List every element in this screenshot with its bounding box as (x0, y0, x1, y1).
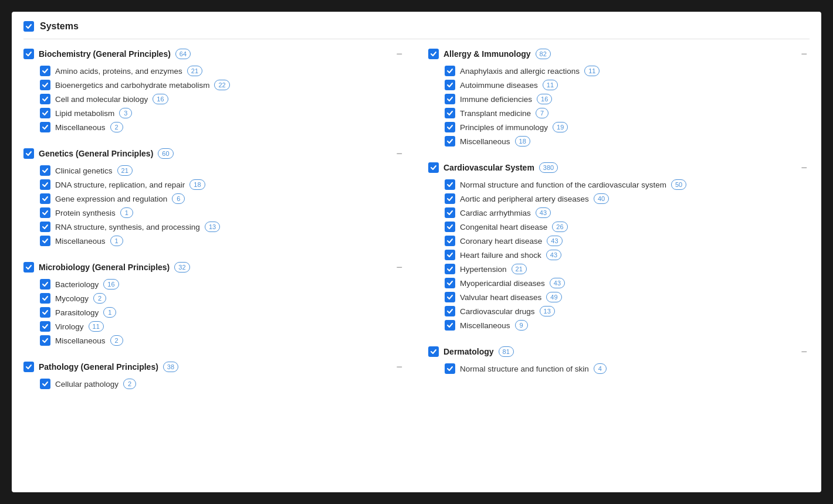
item-badge: 40 (594, 193, 609, 204)
item-label: Gene expression and regulation (55, 195, 167, 203)
item-checkbox-genetics-3[interactable] (40, 207, 50, 218)
item-checkbox-biochemistry-3[interactable] (40, 108, 50, 118)
item-checkbox-microbiology-0[interactable] (40, 279, 50, 290)
item-checkbox-genetics-1[interactable] (40, 179, 50, 190)
item-checkbox-cardiovascular-7[interactable] (445, 278, 455, 288)
item-badge: 21 (187, 66, 202, 76)
item-label: Cell and molecular biology (55, 95, 148, 104)
collapse-btn-genetics[interactable]: − (394, 148, 405, 159)
collapse-btn-microbiology[interactable]: − (394, 262, 405, 273)
item-row: Gene expression and regulation6 (40, 192, 405, 206)
section-title-dermatology: Dermatology (443, 347, 494, 356)
item-badge: 6 (172, 193, 185, 204)
item-label: Principles of immunology (460, 123, 548, 132)
item-checkbox-cardiovascular-9[interactable] (445, 306, 455, 316)
section-header-biochemistry: Biochemistry (General Principles)64− (23, 49, 405, 59)
section-badge-biochemistry: 64 (175, 49, 191, 59)
item-label: Heart failure and shock (460, 251, 541, 260)
collapse-btn-dermatology[interactable]: − (798, 346, 810, 357)
sub-items-pathology: Cellular pathology2 (23, 377, 405, 391)
collapse-btn-biochemistry[interactable]: − (394, 49, 405, 59)
item-checkbox-allergy-2[interactable] (445, 94, 455, 104)
item-checkbox-microbiology-2[interactable] (40, 307, 50, 318)
checkbox-dermatology[interactable] (428, 346, 439, 357)
item-row: Parasitology1 (40, 305, 405, 319)
section-title-microbiology: Microbiology (General Principles) (39, 263, 170, 272)
item-checkbox-biochemistry-2[interactable] (40, 94, 50, 104)
checkbox-genetics[interactable] (23, 148, 34, 159)
item-checkbox-genetics-5[interactable] (40, 236, 50, 246)
section-header-microbiology: Microbiology (General Principles)32− (23, 262, 405, 273)
collapse-btn-cardiovascular[interactable]: − (798, 162, 810, 173)
item-label: Miscellaneous (55, 237, 106, 246)
panel-title: Systems (40, 21, 79, 32)
sub-items-microbiology: Bacteriology16Mycology2Parasitology1Viro… (23, 277, 405, 348)
item-checkbox-cardiovascular-1[interactable] (445, 193, 455, 204)
item-label: Miscellaneous (460, 137, 510, 146)
item-checkbox-allergy-0[interactable] (445, 66, 455, 76)
item-badge: 4 (594, 363, 607, 374)
collapse-btn-pathology[interactable]: − (394, 362, 405, 372)
section-header-cardiovascular: Cardiovascular System380− (428, 162, 810, 173)
item-checkbox-allergy-4[interactable] (445, 122, 455, 132)
item-checkbox-allergy-5[interactable] (445, 136, 455, 147)
sub-items-cardiovascular: Normal structure and function of the car… (428, 178, 810, 332)
item-checkbox-cardiovascular-4[interactable] (445, 236, 455, 246)
section-header-allergy: Allergy & Immunology82− (428, 49, 810, 59)
section-badge-genetics: 60 (158, 148, 173, 159)
item-row: DNA structure, replication, and repair18 (40, 178, 405, 192)
item-checkbox-allergy-3[interactable] (445, 108, 455, 118)
item-badge: 43 (550, 278, 565, 288)
item-badge: 43 (546, 250, 561, 260)
item-badge: 18 (189, 179, 205, 190)
item-row: Immune deficiencies16 (445, 92, 810, 106)
main-panel: Systems Biochemistry (General Principles… (12, 12, 821, 492)
item-row: Congenital heart disease26 (445, 220, 810, 234)
item-checkbox-genetics-2[interactable] (40, 193, 50, 204)
checkbox-biochemistry[interactable] (23, 49, 34, 59)
item-label: Cellular pathology (55, 380, 118, 389)
section-badge-pathology: 38 (163, 362, 178, 372)
collapse-btn-allergy[interactable]: − (798, 49, 810, 59)
item-row: Miscellaneous2 (40, 120, 405, 134)
item-checkbox-pathology-0[interactable] (40, 379, 50, 389)
section-badge-dermatology: 81 (499, 346, 514, 357)
item-checkbox-cardiovascular-0[interactable] (445, 179, 455, 190)
item-checkbox-genetics-0[interactable] (40, 165, 50, 176)
section-title-pathology: Pathology (General Principles) (39, 362, 158, 372)
item-checkbox-cardiovascular-10[interactable] (445, 320, 455, 331)
item-row: Transplant medicine7 (445, 106, 810, 120)
item-checkbox-cardiovascular-3[interactable] (445, 222, 455, 232)
item-checkbox-cardiovascular-2[interactable] (445, 207, 455, 218)
item-checkbox-dermatology-0[interactable] (445, 363, 455, 374)
item-row: Bioenergetics and carbohydrate metabolis… (40, 78, 405, 92)
item-label: Immune deficiencies (460, 95, 532, 104)
item-checkbox-cardiovascular-8[interactable] (445, 292, 455, 302)
item-checkbox-microbiology-4[interactable] (40, 335, 50, 346)
item-checkbox-microbiology-3[interactable] (40, 321, 50, 332)
item-badge: 11 (584, 66, 600, 76)
item-row: Aortic and peripheral artery diseases40 (445, 192, 810, 206)
item-checkbox-genetics-4[interactable] (40, 222, 50, 232)
item-row: Cellular pathology2 (40, 377, 405, 391)
checkbox-cardiovascular[interactable] (428, 162, 439, 173)
item-checkbox-biochemistry-0[interactable] (40, 66, 50, 76)
item-checkbox-cardiovascular-6[interactable] (445, 264, 455, 274)
item-checkbox-cardiovascular-5[interactable] (445, 250, 455, 260)
item-badge: 50 (671, 179, 686, 190)
section-cardiovascular: Cardiovascular System380−Normal structur… (428, 162, 810, 332)
systems-checkbox[interactable] (23, 21, 34, 32)
checkbox-microbiology[interactable] (23, 262, 34, 273)
item-label: Bioenergetics and carbohydrate metabolis… (55, 81, 209, 90)
item-label: Myopericardial diseases (460, 279, 545, 288)
item-checkbox-biochemistry-1[interactable] (40, 80, 50, 90)
section-title-genetics: Genetics (General Principles) (39, 149, 153, 158)
item-checkbox-biochemistry-4[interactable] (40, 122, 50, 132)
item-checkbox-microbiology-1[interactable] (40, 293, 50, 304)
item-badge: 19 (553, 122, 568, 132)
item-checkbox-allergy-1[interactable] (445, 80, 455, 90)
left-column: Biochemistry (General Principles)64−Amin… (23, 49, 405, 405)
item-badge: 2 (123, 379, 136, 389)
checkbox-allergy[interactable] (428, 49, 439, 59)
checkbox-pathology[interactable] (23, 362, 34, 372)
